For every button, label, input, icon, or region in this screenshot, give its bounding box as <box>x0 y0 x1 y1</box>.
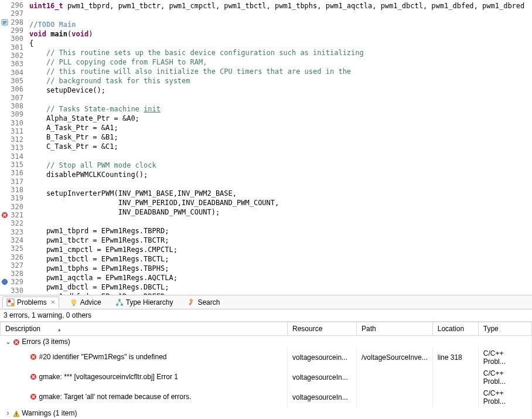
tab-problems[interactable]: Problems ✕ <box>2 297 59 308</box>
code-line[interactable] <box>29 217 532 226</box>
code-line[interactable]: // PLL copying code from FLASH to RAM, <box>29 57 532 67</box>
flashlight-icon <box>187 298 195 306</box>
svg-rect-3 <box>3 23 5 24</box>
code-line[interactable] <box>29 179 532 189</box>
line-number: 298 <box>9 18 26 26</box>
code-line[interactable]: pwm1_tbctl = EPwm1Regs.TBCTL; <box>29 254 532 264</box>
code-line[interactable]: setupInverterPWM(INV_PWM1_BASE,INV_PWM2_… <box>29 189 532 198</box>
line-number: 328 <box>9 270 26 278</box>
problem-path <box>357 367 433 387</box>
problem-resource: voltagesourcein... <box>288 348 357 367</box>
code-line[interactable]: // This routine sets up the basic device… <box>29 48 532 57</box>
code-line[interactable]: { <box>29 39 532 48</box>
problem-desc: gmake: Target 'all' not remade because o… <box>39 393 192 401</box>
problems-summary: 3 errors, 1 warning, 0 others <box>0 309 532 322</box>
line-number: 311 <box>9 127 26 135</box>
problem-resource: voltagesourceIn... <box>288 367 357 387</box>
tab-type-hierarchy[interactable]: Type Hierarchy <box>112 297 177 308</box>
line-number: 297 <box>9 9 26 18</box>
table-row[interactable]: #20 identifier "EPwm1Regs" is undefinedv… <box>1 348 532 367</box>
line-number: 318 <box>9 186 26 194</box>
line-number: 303 <box>9 60 26 68</box>
code-line[interactable]: // Stop all PWM mode clock <box>29 161 532 170</box>
line-number: 312 <box>9 135 26 144</box>
line-number: 329 <box>9 278 26 286</box>
code-line[interactable]: setupDevice(); <box>29 86 532 95</box>
code-line[interactable]: uint16_t pwm1_tbprd, pwm1_tbctr, pwm1_cm… <box>29 1 532 11</box>
code-line[interactable]: // Tasks State-machine init <box>29 104 532 114</box>
svg-point-7 <box>8 299 11 302</box>
problem-location: line 318 <box>432 348 478 367</box>
task-marker-icon <box>0 19 9 26</box>
svg-point-12 <box>116 304 118 306</box>
code-line[interactable]: INV_DEADBAND_PWM_COUNT); <box>29 207 532 217</box>
line-number: 319 <box>9 194 26 202</box>
col-path[interactable]: Path <box>357 322 433 336</box>
line-number: 306 <box>9 85 26 93</box>
line-number: 323 <box>9 228 26 236</box>
code-line[interactable] <box>29 95 532 104</box>
line-number: 302 <box>9 52 26 60</box>
code-line[interactable]: //TODO Main <box>29 20 532 29</box>
line-number: 324 <box>9 236 26 244</box>
errors-group-label[interactable]: Errors (3 items) <box>22 338 70 346</box>
svg-rect-2 <box>3 22 6 23</box>
line-number: 326 <box>9 253 26 261</box>
line-number: 317 <box>9 178 26 186</box>
code-line[interactable]: A_Task_Ptr = &A1; <box>29 123 532 132</box>
lightbulb-icon <box>70 298 78 306</box>
problems-table-wrap: Description▴ Resource Path Location Type… <box>0 322 532 419</box>
problem-type: C/C++ Probl... <box>478 367 531 387</box>
tab-advice[interactable]: Advice <box>66 297 105 308</box>
code-line[interactable]: // background task for this system <box>29 76 532 86</box>
line-number: 304 <box>9 69 26 77</box>
twistie-icon[interactable]: › <box>5 409 11 417</box>
error-icon <box>0 212 9 219</box>
code-line[interactable] <box>29 11 532 20</box>
code-line[interactable]: pwm1_tbctr = EPwm1Regs.TBCTR; <box>29 236 532 245</box>
line-number: 309 <box>9 110 26 118</box>
problem-type: C/C++ Probl... <box>478 348 531 367</box>
code-line[interactable] <box>29 151 532 161</box>
line-number: 299 <box>9 26 26 35</box>
line-number: 300 <box>9 35 26 43</box>
tab-problems-label: Problems <box>17 298 47 306</box>
code-line[interactable]: pwm1_aqctla = EPwm1Regs.AQCTLA; <box>29 273 532 282</box>
line-number: 301 <box>9 43 26 52</box>
code-line[interactable]: void main(void) <box>29 29 532 39</box>
col-type[interactable]: Type <box>478 322 531 336</box>
tab-search[interactable]: Search <box>183 297 223 308</box>
code-line[interactable]: // this routine will also initialize the… <box>29 67 532 76</box>
tab-search-label: Search <box>197 298 220 306</box>
code-line[interactable]: C_Task_Ptr = &C1; <box>29 142 532 151</box>
code-line[interactable]: pwm1_tbprd = EPwm1Regs.TBPRD; <box>29 226 532 236</box>
table-row[interactable]: gmake: Target 'all' not remade because o… <box>1 387 532 407</box>
line-number: 314 <box>9 152 26 161</box>
svg-point-9 <box>71 299 76 304</box>
code-line[interactable]: pwm1_cmpctl = EPwm1Regs.CMPCTL; <box>29 245 532 254</box>
line-number: 308 <box>9 102 26 110</box>
code-line[interactable]: B_Task_Ptr = &B1; <box>29 132 532 142</box>
col-description[interactable]: Description▴ <box>1 322 288 336</box>
svg-rect-8 <box>11 303 14 306</box>
code-line[interactable]: pwm1_dbctl = EPwm1Regs.DBCTL; <box>29 282 532 292</box>
sort-asc-icon: ▴ <box>40 326 61 332</box>
table-row[interactable]: gmake: *** [voltagesourceinvlcfltr.obj] … <box>1 367 532 387</box>
tab-problems-x: ✕ <box>50 299 55 305</box>
line-number: 322 <box>9 219 26 227</box>
code-area[interactable]: uint16_t pwm1_tbprd, pwm1_tbctr, pwm1_cm… <box>26 0 532 295</box>
code-line[interactable]: pwm1_tbphs = EPwm1Regs.TBPHS; <box>29 264 532 273</box>
col-resource[interactable]: Resource <box>288 322 357 336</box>
code-line[interactable]: Alpha_State_Ptr = &A0; <box>29 114 532 123</box>
hierarchy-icon <box>115 298 124 306</box>
col-location[interactable]: Location <box>432 322 478 336</box>
line-number: 307 <box>9 94 26 102</box>
code-line[interactable]: disablePWMCLKCounting(); <box>29 170 532 179</box>
line-number: 327 <box>9 261 26 270</box>
warnings-group-label[interactable]: Warnings (1 item) <box>22 409 77 417</box>
line-number: 313 <box>9 144 26 152</box>
line-number: 325 <box>9 244 26 253</box>
code-editor[interactable]: 2962972982993003013023033043053063073083… <box>0 0 532 295</box>
code-line[interactable]: INV_PWM_PERIOD,INV_DEADBAND_PWM_COUNT, <box>29 198 532 207</box>
twistie-icon[interactable]: ⌄ <box>5 338 11 346</box>
